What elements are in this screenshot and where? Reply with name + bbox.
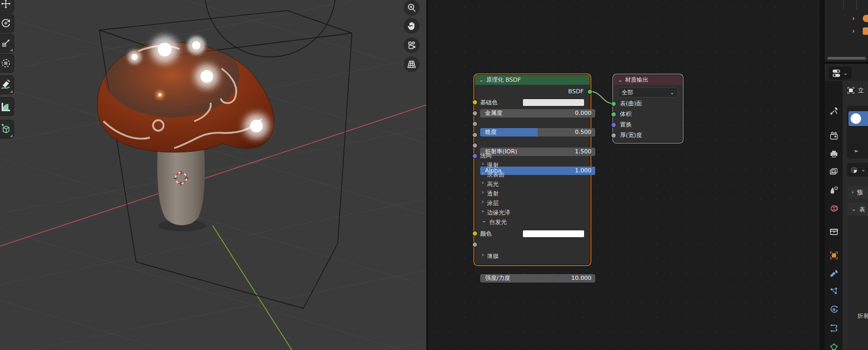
section-transmission[interactable]: › 透射 (480, 190, 585, 198)
tab-tool[interactable] (825, 103, 843, 118)
emission-color-socket[interactable] (472, 231, 478, 236)
shader-node-editor[interactable]: ⌄ 原理化 BSDF BSDF 基础色 金属度 0.000 糙度 0.500 折… (428, 0, 819, 350)
object-data-icon (863, 15, 868, 22)
preview-panel-header[interactable]: › 预 (847, 186, 868, 199)
bsdf-output-socket[interactable] (587, 89, 593, 94)
tab-object-data[interactable] (825, 339, 843, 350)
mushroom-object[interactable] (97, 36, 274, 231)
expand-chevron-icon[interactable]: › (852, 28, 855, 34)
tab-scene[interactable] (825, 182, 843, 197)
metallic-label: 金属度 (485, 109, 502, 118)
annotate-tool-button[interactable] (0, 75, 14, 94)
chevron-right-icon: › (482, 190, 484, 198)
tree-guide-line (856, 0, 857, 10)
measure-tool-button[interactable] (0, 97, 14, 116)
pan-gizmo-button[interactable] (404, 18, 419, 34)
scale-tool-button[interactable] (0, 34, 14, 53)
ior-socket[interactable] (472, 132, 478, 138)
metallic-slider[interactable]: 金属度 0.000 (480, 109, 595, 118)
material-browse-icon (850, 166, 858, 174)
material-output-node[interactable]: ⌄ 材质输出 全部 ⌄ 表(曲)面 体积 置换 厚(宽)度 (614, 75, 682, 142)
section-thin-film[interactable]: › 薄膜 (480, 252, 585, 260)
chevron-right-icon: › (482, 180, 484, 188)
grid-gizmo-button[interactable] (404, 56, 419, 72)
material-slot-list[interactable]: ► (847, 106, 868, 159)
outliner-scrollbar[interactable] (827, 57, 866, 60)
bsdf-node-header[interactable]: ⌄ 原理化 BSDF (475, 75, 590, 85)
section-coat[interactable]: › 涂层 (480, 199, 585, 207)
emission-strength-label: 强度/力度 (485, 274, 510, 283)
displacement-input-row: 置换 (619, 121, 677, 129)
expand-chevron-icon[interactable]: › (852, 15, 855, 22)
base-color-label: 基础色 (480, 99, 522, 106)
tab-world[interactable] (825, 201, 843, 216)
constraints-clamp-icon (829, 324, 838, 333)
add-cube-tool-button[interactable] (0, 120, 14, 139)
material-datablock-selector[interactable]: ⌄ (847, 163, 868, 177)
editor-type-selector[interactable]: ⌄ (828, 66, 852, 80)
section-sheen[interactable]: › 边缘光泽 (480, 209, 585, 217)
collapse-chevron-icon[interactable]: ⌄ (479, 77, 483, 83)
object-icon (863, 27, 868, 35)
tab-constraints[interactable] (825, 320, 843, 335)
properties-editor[interactable]: ⌄ (825, 64, 868, 350)
normal-socket[interactable] (472, 153, 478, 159)
rotate-tool-button[interactable] (0, 14, 14, 33)
roughness-slider[interactable]: 糙度 0.500 (480, 128, 595, 137)
surface-panel-title: 表 (859, 206, 865, 213)
base-color-swatch[interactable] (522, 99, 585, 106)
volume-socket[interactable] (611, 112, 616, 117)
alpha-socket[interactable] (472, 143, 478, 148)
tab-collection[interactable] (825, 224, 843, 239)
roughness-value: 0.500 (575, 128, 592, 137)
transform-tool-button[interactable] (0, 54, 14, 73)
section-specular[interactable]: › 高光 (480, 180, 585, 188)
chevron-down-icon: ⌄ (852, 207, 856, 212)
tab-render[interactable] (825, 128, 843, 143)
list-expand-arrow[interactable]: ► (855, 148, 859, 153)
tab-object[interactable] (825, 248, 843, 262)
emission-color-label: 颜色 (480, 230, 522, 238)
viewport-3d[interactable] (0, 0, 426, 350)
view-layer-images-icon (829, 168, 838, 177)
breadcrumb[interactable]: 立 (847, 86, 864, 94)
emission-color-swatch[interactable] (522, 230, 585, 238)
principled-bsdf-node[interactable]: ⌄ 原理化 BSDF BSDF 基础色 金属度 0.000 糙度 0.500 折… (475, 75, 590, 265)
chevron-down-icon: ⌄ (482, 218, 486, 226)
tab-output[interactable] (825, 147, 843, 161)
displacement-socket[interactable] (611, 122, 616, 128)
editor-splitter-right[interactable] (819, 0, 825, 350)
section-diffuse[interactable]: › 漫射 (480, 161, 585, 169)
tab-view-layer[interactable] (825, 164, 843, 179)
outliner-row[interactable]: › (825, 13, 868, 24)
tab-particles[interactable] (825, 284, 843, 298)
surface-panel-body: 折射 (847, 216, 868, 350)
base-color-row[interactable]: 基础色 (480, 98, 585, 106)
outliner[interactable]: › › (825, 0, 868, 62)
roughness-socket[interactable] (472, 121, 478, 127)
move-tool-button[interactable] (0, 0, 14, 13)
output-target-dropdown[interactable]: 全部 ⌄ (618, 88, 678, 98)
tab-modifiers[interactable] (825, 266, 843, 280)
emission-strength-slider[interactable]: 强度/力度 10.000 (480, 274, 595, 283)
physics-orbit-icon (829, 305, 838, 314)
tab-physics[interactable] (825, 302, 843, 317)
sphere-wireframe[interactable] (205, 0, 336, 57)
material-slot-selected[interactable] (848, 111, 868, 126)
surface-panel-header[interactable]: ⌄ 表 (847, 203, 868, 216)
section-emission[interactable]: ⌄ 自发光 (480, 218, 585, 226)
surface-socket[interactable] (611, 101, 616, 106)
emission-color-row[interactable]: 颜色 (480, 229, 585, 238)
camera-gizmo-button[interactable] (404, 37, 419, 53)
outliner-row[interactable]: › (825, 25, 868, 37)
base-color-socket[interactable] (472, 100, 478, 105)
properties-tab-strip (825, 81, 843, 350)
metallic-socket[interactable] (472, 111, 478, 116)
emission-strength-socket[interactable] (472, 242, 478, 247)
material-output-header[interactable]: ⌄ 材质输出 (614, 75, 682, 85)
section-subsurface[interactable]: › 次表面 (480, 171, 585, 179)
zoom-gizmo-button[interactable] (404, 0, 419, 16)
particles-icon (829, 287, 838, 296)
collapse-chevron-icon[interactable]: ⌄ (618, 77, 622, 83)
thickness-socket[interactable] (611, 133, 616, 138)
